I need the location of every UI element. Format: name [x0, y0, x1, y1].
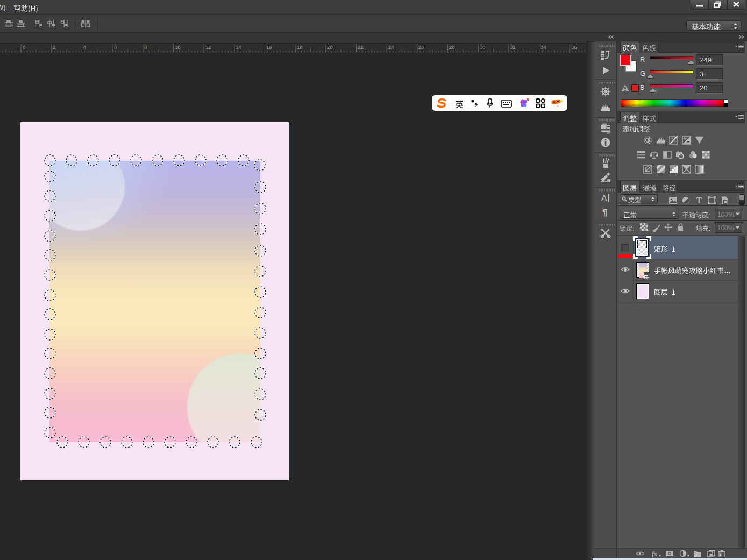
svg-text:0: 0	[23, 44, 25, 50]
svg-text:26: 26	[418, 44, 424, 50]
svg-text:20: 20	[327, 44, 333, 50]
svg-text:A: A	[601, 194, 607, 203]
svg-text:18: 18	[297, 44, 303, 50]
svg-text:34: 34	[540, 44, 546, 50]
svg-text:8: 8	[144, 44, 147, 50]
svg-text:24: 24	[388, 44, 394, 50]
svg-text:¶: ¶	[602, 208, 607, 218]
svg-text:fx: fx	[652, 550, 657, 557]
svg-text:28: 28	[449, 44, 455, 50]
svg-text:32: 32	[510, 44, 516, 50]
svg-text:16: 16	[266, 44, 272, 50]
svg-text:30: 30	[480, 44, 486, 50]
svg-text:36: 36	[571, 44, 577, 50]
svg-text:6: 6	[114, 44, 117, 50]
svg-text:10: 10	[175, 44, 181, 50]
svg-text:14: 14	[236, 44, 241, 50]
svg-text:T: T	[696, 196, 702, 205]
svg-text:2: 2	[53, 44, 55, 50]
svg-text:4: 4	[83, 44, 86, 50]
svg-text:22: 22	[358, 44, 364, 50]
svg-text:12: 12	[205, 44, 211, 50]
